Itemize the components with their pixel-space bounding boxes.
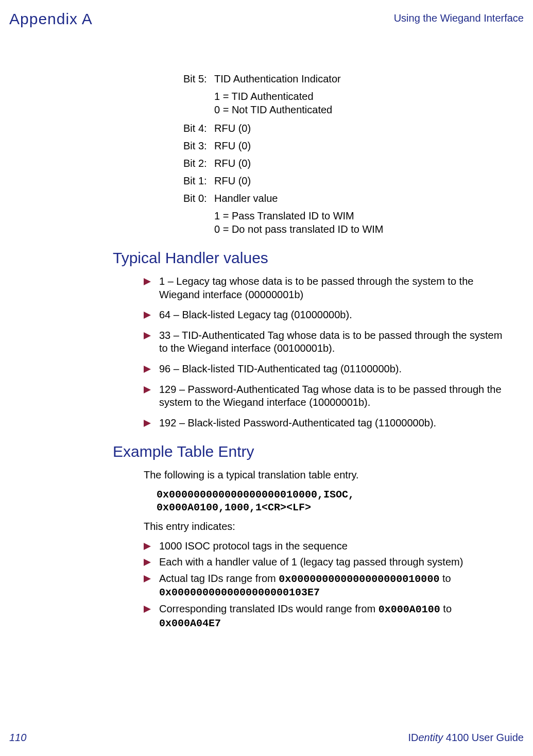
list-text: Actual tag IDs range from 0x000000000000… (159, 572, 508, 599)
bit-row-3: Bit 3: RFU (0) (183, 139, 524, 152)
bit1-label: Bit 1: (183, 174, 214, 187)
list-item: Corresponding translated IDs would range… (144, 603, 508, 630)
bullet-arrow-icon (144, 573, 152, 600)
svg-marker-7 (144, 559, 151, 566)
bullet-arrow-icon (144, 540, 152, 554)
list-text: Each with a handler value of 1 (legacy t… (159, 556, 463, 569)
bit-table: Bit 5: TID Authentication Indicator 1 = … (183, 72, 524, 236)
example-after: This entry indicates: (144, 520, 508, 534)
section-heading-example: Example Table Entry (113, 443, 524, 460)
example-intro: The following is a typical translation t… (144, 469, 508, 482)
example-code: 0x000000000000000000010000,ISOC, 0x000A0… (157, 488, 508, 514)
list-text: 1000 ISOC protocol tags in the sequence (159, 540, 348, 553)
list-item: 192 – Black-listed Password-Authenticate… (144, 417, 508, 430)
list-text: 96 – Black-listed TID-Authenticated tag … (159, 363, 402, 376)
example-indicates-list: 1000 ISOC protocol tags in the sequence … (144, 540, 508, 630)
list-item: 1000 ISOC protocol tags in the sequence (144, 540, 508, 553)
svg-marker-0 (144, 278, 151, 285)
section-heading-typical: Typical Handler values (113, 249, 524, 267)
bit5-sub: 1 = TID Authenticated 0 = Not TID Authen… (214, 90, 524, 116)
bit3-value: RFU (0) (214, 139, 251, 152)
bullet-arrow-icon (144, 276, 152, 302)
list-text: 1 – Legacy tag whose data is to be passe… (159, 275, 508, 301)
svg-marker-6 (144, 543, 151, 550)
svg-marker-9 (144, 606, 151, 613)
bit-row-5: Bit 5: TID Authentication Indicator (183, 72, 524, 85)
bullet-arrow-icon (144, 556, 152, 570)
list-item: 129 – Password-Authenticated Tag whose d… (144, 383, 508, 409)
svg-marker-8 (144, 575, 151, 582)
bit4-value: RFU (0) (214, 122, 251, 135)
svg-marker-4 (144, 386, 151, 393)
list-text: Corresponding translated IDs would range… (159, 603, 508, 630)
page-number: 110 (9, 732, 26, 744)
bit0-sub-1: 1 = Pass Translated ID to WIM (214, 209, 524, 222)
example-code-line2: 0x000A0100,1000,1<CR><LF> (157, 501, 508, 514)
bit5-label: Bit 5: (183, 72, 214, 85)
bit-row-1: Bit 1: RFU (0) (183, 174, 524, 187)
list-item: Each with a handler value of 1 (legacy t… (144, 556, 508, 569)
list-item: 96 – Black-listed TID-Authenticated tag … (144, 363, 508, 376)
page-footer: 110 IDentity 4100 User Guide (9, 732, 524, 744)
list-item: 64 – Black-listed Legacy tag (01000000b)… (144, 308, 508, 322)
bit-row-0: Bit 0: Handler value (183, 192, 524, 205)
bit-row-2: Bit 2: RFU (0) (183, 157, 524, 170)
bit2-value: RFU (0) (214, 157, 251, 170)
typical-values-list: 1 – Legacy tag whose data is to be passe… (144, 275, 508, 429)
bullet-arrow-icon (144, 603, 152, 630)
bullet-arrow-icon (144, 309, 152, 322)
bit0-value: Handler value (214, 192, 278, 205)
page-header: Appendix A Using the Wiegand Interface (9, 10, 524, 28)
bit0-sub-0: 0 = Do not pass translated ID to WIM (214, 222, 524, 236)
list-item: 1 – Legacy tag whose data is to be passe… (144, 275, 508, 301)
bit2-label: Bit 2: (183, 157, 214, 170)
list-text: 192 – Black-listed Password-Authenticate… (159, 417, 436, 430)
bullet-arrow-icon (144, 417, 152, 431)
svg-marker-2 (144, 332, 151, 339)
list-item: Actual tag IDs range from 0x000000000000… (144, 572, 508, 599)
header-right: Using the Wiegand Interface (394, 12, 524, 24)
bit3-label: Bit 3: (183, 139, 214, 152)
bit0-label: Bit 0: (183, 192, 214, 205)
svg-marker-1 (144, 312, 151, 319)
bit1-value: RFU (0) (214, 174, 251, 187)
bullet-arrow-icon (144, 363, 152, 376)
bit-row-4: Bit 4: RFU (0) (183, 122, 524, 135)
list-item: 33 – TID-Authenticated Tag whose data is… (144, 329, 508, 355)
bit5-sub-1: 1 = TID Authenticated (214, 90, 524, 103)
bullet-arrow-icon (144, 330, 152, 356)
list-text: 33 – TID-Authenticated Tag whose data is… (159, 329, 508, 355)
bit5-sub-0: 0 = Not TID Authenticated (214, 103, 524, 116)
bullet-arrow-icon (144, 384, 152, 410)
bit5-value: TID Authentication Indicator (214, 72, 341, 85)
bit0-sub: 1 = Pass Translated ID to WIM 0 = Do not… (214, 209, 524, 236)
svg-marker-3 (144, 366, 151, 373)
list-text: 129 – Password-Authenticated Tag whose d… (159, 383, 508, 409)
appendix-label: Appendix A (9, 10, 93, 28)
list-text: 64 – Black-listed Legacy tag (01000000b)… (159, 308, 352, 322)
guide-title: IDentity 4100 User Guide (408, 732, 524, 744)
svg-marker-5 (144, 420, 151, 427)
example-code-line1: 0x000000000000000000010000,ISOC, (157, 488, 508, 501)
bit4-label: Bit 4: (183, 122, 214, 135)
